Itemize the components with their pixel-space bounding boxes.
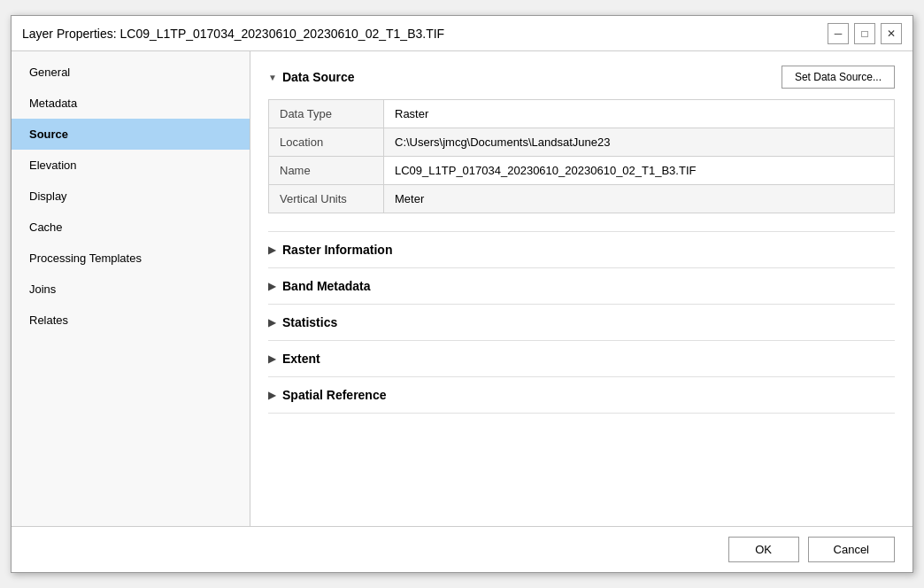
collapsible-section-title: Raster Information xyxy=(282,243,392,257)
sidebar-item-joins[interactable]: Joins xyxy=(12,274,250,305)
collapsible-label: ▶Raster Information xyxy=(268,243,895,257)
table-row: Data TypeRaster xyxy=(269,100,895,128)
title-bar-controls: ─ □ ✕ xyxy=(828,23,902,44)
collapsible-section-title: Statistics xyxy=(282,315,337,329)
collapsible-label: ▶Statistics xyxy=(268,315,895,329)
table-row: NameLC09_L1TP_017034_20230610_20230610_0… xyxy=(269,157,895,185)
sidebar-item-source[interactable]: Source xyxy=(12,119,250,150)
table-row: LocationC:\Users\jmcg\Documents\LandsatJ… xyxy=(269,128,895,157)
content-area: ▼ Data Source Set Data Source... Data Ty… xyxy=(250,51,912,526)
main-content: GeneralMetadataSourceElevationDisplayCac… xyxy=(12,51,912,526)
sidebar-item-metadata[interactable]: Metadata xyxy=(12,88,250,119)
footer: OK Cancel xyxy=(12,526,912,572)
title-bar: Layer Properties: LC09_L1TP_017034_20230… xyxy=(12,16,912,51)
chevron-right-icon: ▶ xyxy=(268,244,275,256)
data-source-header: ▼ Data Source Set Data Source... xyxy=(268,66,895,89)
collapsible-section-extent[interactable]: ▶Extent xyxy=(268,340,895,376)
sidebar-item-relates[interactable]: Relates xyxy=(12,305,250,336)
ok-button[interactable]: OK xyxy=(728,537,799,562)
data-source-title: Data Source xyxy=(282,70,355,84)
sidebar-item-cache[interactable]: Cache xyxy=(12,212,250,243)
table-cell-value: C:\Users\jmcg\Documents\LandsatJune23 xyxy=(384,128,895,157)
collapsible-section-band-metadata[interactable]: ▶Band Metadata xyxy=(268,267,895,304)
collapsible-label: ▶Band Metadata xyxy=(268,279,895,293)
cancel-button[interactable]: Cancel xyxy=(808,537,895,562)
table-row: Vertical UnitsMeter xyxy=(269,185,895,213)
set-data-source-button[interactable]: Set Data Source... xyxy=(782,66,895,89)
table-cell-label: Vertical Units xyxy=(269,185,384,213)
collapsible-section-title: Band Metadata xyxy=(282,279,371,293)
chevron-right-icon: ▶ xyxy=(268,281,275,292)
collapsible-label: ▶Extent xyxy=(268,352,895,366)
table-cell-label: Location xyxy=(269,128,384,157)
chevron-right-icon: ▶ xyxy=(268,317,275,329)
chevron-right-icon: ▶ xyxy=(268,390,275,401)
collapsible-section-raster-info[interactable]: ▶Raster Information xyxy=(268,231,895,267)
maximize-button[interactable]: □ xyxy=(854,23,875,44)
sidebar-item-general[interactable]: General xyxy=(12,57,250,88)
chevron-right-icon: ▶ xyxy=(268,353,275,365)
sidebar-item-processing-templates[interactable]: Processing Templates xyxy=(12,243,250,274)
data-source-chevron[interactable]: ▼ xyxy=(268,73,277,82)
layer-properties-window: Layer Properties: LC09_L1TP_017034_20230… xyxy=(11,15,913,573)
sidebar-item-elevation[interactable]: Elevation xyxy=(12,150,250,181)
table-cell-label: Name xyxy=(269,157,384,185)
minimize-button[interactable]: ─ xyxy=(828,23,849,44)
table-cell-value: Meter xyxy=(384,185,895,213)
sidebar: GeneralMetadataSourceElevationDisplayCac… xyxy=(12,51,250,526)
collapsible-section-spatial-reference[interactable]: ▶Spatial Reference xyxy=(268,376,895,414)
close-button[interactable]: ✕ xyxy=(881,23,902,44)
collapsible-sections: ▶Raster Information▶Band Metadata▶Statis… xyxy=(268,231,895,414)
table-cell-value: Raster xyxy=(384,100,895,128)
table-cell-value: LC09_L1TP_017034_20230610_20230610_02_T1… xyxy=(384,157,895,185)
collapsible-section-statistics[interactable]: ▶Statistics xyxy=(268,304,895,340)
collapsible-section-title: Extent xyxy=(282,352,320,366)
window-title: Layer Properties: LC09_L1TP_017034_20230… xyxy=(22,27,444,41)
section-title-row: ▼ Data Source xyxy=(268,70,355,84)
collapsible-label: ▶Spatial Reference xyxy=(268,388,895,402)
table-cell-label: Data Type xyxy=(269,100,384,128)
collapsible-section-title: Spatial Reference xyxy=(282,388,387,402)
sidebar-item-display[interactable]: Display xyxy=(12,181,250,212)
data-source-table: Data TypeRasterLocationC:\Users\jmcg\Doc… xyxy=(268,99,895,213)
